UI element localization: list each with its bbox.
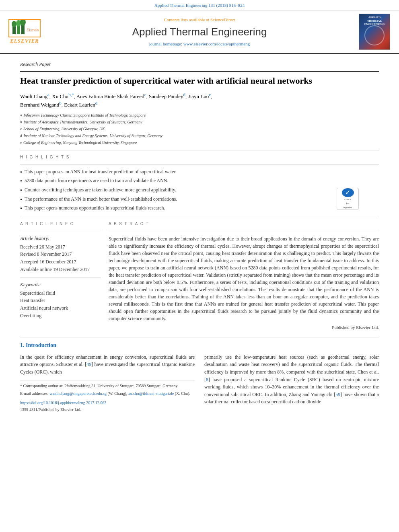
ref-49: 49 — [86, 362, 91, 367]
email1-link[interactable]: wanli.chang@singaporetech.edu.sg — [49, 391, 107, 396]
afil-c-text: School of Engineering, University of Gla… — [23, 126, 105, 132]
author-bernhard: Bernhard Weigand — [20, 102, 59, 108]
title-area: Heat transfer prediction of supercritica… — [20, 75, 379, 87]
svg-point-3 — [12, 21, 16, 27]
abstract-sep — [109, 231, 379, 231]
journal-citation: Applied Thermal Engineering 131 (2018) 8… — [154, 3, 245, 8]
affiliations: a Infocomm Technology Cluster, Singapore… — [20, 112, 379, 146]
affil-b: b Institute of Aerospace Thermodynamics,… — [20, 119, 379, 125]
article-info-label: A R T I C L E I N F O — [20, 221, 101, 227]
afil-e-sup: e — [20, 140, 22, 146]
history-received: Received 26 May 2017 — [20, 244, 101, 251]
history-revised: Revised 8 November 2017 — [20, 251, 101, 258]
afil-b-text: Institute of Aerospace Thermodynamics, U… — [24, 119, 142, 125]
highlights-list: •This paper proposes an ANN for heat tra… — [20, 168, 379, 213]
highlight-1: •This paper proposes an ANN for heat tra… — [20, 168, 379, 177]
intro-text-left: In the quest for efficiency enhancement … — [20, 353, 195, 376]
afil-d-text: Institute of Nuclear Technology and Ener… — [24, 133, 162, 139]
elsevier-logo-text: ELSEVIER — [10, 37, 39, 45]
author-anes: Anes Fatima Binte Shaik Fareed — [76, 93, 144, 99]
afil-d-sup: d — [20, 133, 22, 139]
svg-point-4 — [16, 20, 21, 27]
highlights-label: H I G H L I G H T S — [20, 154, 379, 160]
highlight-4: •The performance of the ANN is much bett… — [20, 196, 379, 204]
intro-col-right: primarily use the low-temperature heat s… — [204, 353, 379, 413]
affil-a: a Infocomm Technology Cluster, Singapore… — [20, 112, 379, 119]
abstract-text: Supercritical fluids have been under int… — [109, 235, 379, 322]
keyword-2: Heat transfer — [20, 297, 101, 304]
introduction-section: 1. Introduction In the quest for efficie… — [20, 337, 379, 412]
highlight-3: •Counter-overfitting techniques are take… — [20, 187, 379, 195]
sciencedirect-link: Contents lists available at ScienceDirec… — [47, 17, 352, 23]
author-jiayu-sup: e — [209, 92, 211, 97]
journal-cover: APPLIEDTHERMALENGINEERING — [356, 14, 393, 50]
title-separator-top — [20, 71, 379, 72]
journal-homepage: journal homepage: www.elsevier.com/locat… — [47, 41, 352, 47]
author-xu-sup: b,* — [68, 92, 74, 97]
author-bernhard-sup: b — [59, 101, 62, 105]
highlights-separator-mid — [20, 164, 379, 164]
footnote-corresponding: * Corresponding author at: Pfaffenwaldri… — [20, 383, 195, 389]
ref-59: 59 — [335, 392, 340, 397]
intro-col-left: In the quest for efficiency enhancement … — [20, 353, 195, 413]
afil-a-sup: a — [20, 112, 22, 119]
history-available: Available online 19 December 2017 — [20, 266, 101, 273]
intro-body: In the quest for efficiency enhancement … — [20, 353, 379, 413]
authors-line: Wanli Changa, Xu Chub,*, Anes Fatima Bin… — [20, 92, 379, 109]
author-wanli-sup: a — [47, 92, 49, 97]
issn-line: 1359-4311/Published by Elsevier Ltd. — [20, 407, 195, 413]
paper-type: Research Paper — [20, 61, 379, 68]
main-content: Research Paper Heat transfer prediction … — [0, 54, 399, 416]
doi-link[interactable]: https://doi.org/10.1016/j.applthermaleng… — [20, 400, 195, 406]
author-anes-sup: c — [144, 92, 146, 97]
highlights-separator-top — [20, 150, 379, 150]
history-accepted: Accepted 16 December 2017 — [20, 259, 101, 265]
journal-top-bar: Applied Thermal Engineering 131 (2018) 8… — [0, 0, 399, 10]
abstract-label: A B S T R A C T — [109, 221, 379, 227]
intro-heading: 1. Introduction — [20, 341, 379, 349]
highlight-5: •This paper opens numerous opportunities… — [20, 205, 379, 213]
journal-cover-image: APPLIEDTHERMALENGINEERING — [359, 14, 390, 50]
article-info-col: A R T I C L E I N F O Article history: R… — [20, 221, 101, 331]
author-xu: Xu Chu — [52, 93, 68, 99]
afil-e-text: College of Engineering, Nanyang Technolo… — [23, 140, 137, 146]
check-updates-badge: ✓ checkforupdates — [337, 188, 359, 210]
page: Applied Thermal Engineering 131 (2018) 8… — [0, 0, 399, 532]
article-info-abstract: A R T I C L E I N F O Article history: R… — [20, 221, 379, 331]
affil-e: e College of Engineering, Nanyang Techno… — [20, 140, 379, 146]
ref-8: 8 — [206, 377, 208, 382]
journal-header: Elsevier ELSEVIER Contents lists availab… — [0, 10, 399, 54]
keywords-label: Keywords: — [20, 281, 101, 288]
published-by: Published by Elsevier Ltd. — [109, 325, 379, 331]
keyword-4: Overfitting — [20, 312, 101, 319]
author-eckart-sup: d — [95, 101, 98, 105]
journal-title: Applied Thermal Engineering — [47, 25, 352, 39]
svg-text:Elsevier: Elsevier — [26, 28, 39, 32]
cover-decoration — [364, 25, 385, 45]
article-info-sep — [20, 231, 101, 231]
intro-text-right: primarily use the low-temperature heat s… — [204, 353, 379, 406]
afil-a-text: Infocomm Technology Cluster, Singapore I… — [24, 112, 146, 119]
keywords-sep — [20, 277, 101, 277]
paper-title: Heat transfer prediction of supercritica… — [20, 75, 379, 87]
author-wanli: Wanli Chang — [20, 93, 47, 99]
check-badge-icon: ✓ — [342, 188, 354, 197]
svg-point-5 — [20, 20, 26, 26]
check-badge-text: checkforupdates — [343, 198, 352, 210]
article-history-title: Article history: — [20, 235, 101, 242]
affil-c: c School of Engineering, University of G… — [20, 126, 379, 132]
keyword-3: Artificial neural network — [20, 305, 101, 312]
afil-b-sup: b — [20, 119, 22, 125]
author-sandeep-sup: d — [183, 92, 186, 97]
affil-d: d Institute of Nuclear Technology and En… — [20, 133, 379, 139]
keyword-1: Supercritical fluid — [20, 290, 101, 297]
email2-link[interactable]: xu.chu@ifdr.uni-stuttgart.de — [128, 391, 174, 396]
journal-title-area: Contents lists available at ScienceDirec… — [47, 17, 352, 47]
highlight-2: •5280 data points from experiments are u… — [20, 177, 379, 185]
highlights-separator-bot — [20, 217, 379, 217]
author-eckart: Eckart Laurien — [64, 102, 95, 108]
cover-title: APPLIEDTHERMALENGINEERING — [364, 16, 385, 26]
footnote-email: E-mail addresses: wanli.chang@singaporet… — [20, 390, 195, 396]
afil-c-sup: c — [20, 126, 22, 132]
elsevier-branding: Elsevier ELSEVIER — [6, 19, 43, 45]
